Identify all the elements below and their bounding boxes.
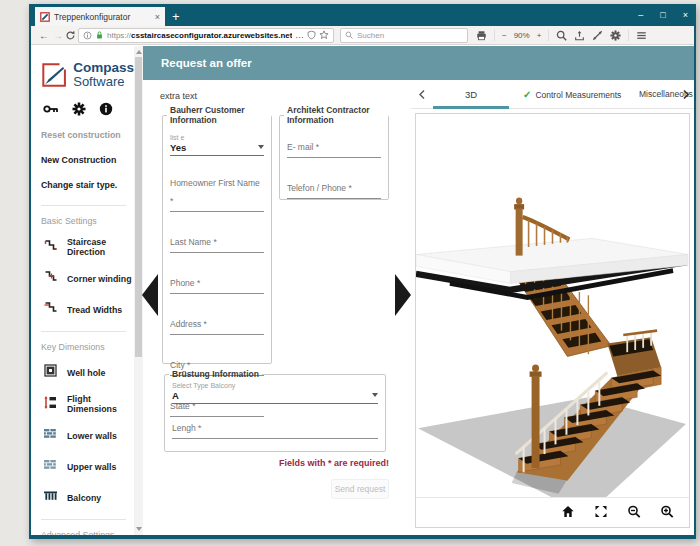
tracking-shield-icon[interactable] <box>307 30 316 40</box>
lower-walls-icon <box>43 426 58 445</box>
tab-control-measurements[interactable]: ✓ Control Measurements <box>523 80 621 109</box>
balcony-type-select[interactable]: Select Type Balcony A <box>172 382 378 404</box>
menu-hamburger-icon[interactable] <box>636 30 647 41</box>
customer-information-fieldset: Bauherr Customer Information list e Yes … <box>162 106 272 364</box>
sidebar-item-balcony[interactable]: Balcony <box>43 488 134 507</box>
browser-tab[interactable]: Treppenkonfigurator × <box>35 7 165 26</box>
compass-logo-icon <box>41 58 67 92</box>
settings-gear-icon[interactable] <box>610 30 621 41</box>
back-button[interactable]: ← <box>37 30 51 41</box>
tabs-scroll-left-icon[interactable] <box>417 89 427 100</box>
panel-arrow-left[interactable] <box>142 274 158 316</box>
request-offer-header: Request an offer <box>143 46 694 80</box>
new-tab-button[interactable]: + <box>172 7 180 26</box>
sidebar-link-change-stair-type[interactable]: Change stair type. <box>41 180 134 190</box>
scroll-down-icon[interactable] <box>136 527 142 531</box>
fullscreen-icon[interactable] <box>592 30 603 41</box>
tabs-scroll-right-icon[interactable] <box>681 89 691 100</box>
zoom-level[interactable]: 90% <box>514 31 530 40</box>
well-hole-icon <box>43 363 58 382</box>
sidebar-link-reset-construction[interactable]: Reset construction <box>41 130 134 140</box>
customer-legend: Bauherr Customer Information <box>167 106 271 126</box>
sidebar-item-upper-walls[interactable]: Upper walls <box>43 457 134 476</box>
sidebar: Compass Software Reset construction New … <box>31 46 134 535</box>
scrollbar-thumb[interactable] <box>135 57 142 357</box>
required-fields-note: Fields with * are required! <box>279 458 389 468</box>
https-lock-icon <box>95 30 104 40</box>
home-view-icon[interactable] <box>561 504 575 522</box>
corner-winding-icon <box>43 269 58 288</box>
section-header-advanced-settings: Advanced Settings <box>41 530 134 535</box>
balcony-type-value: A <box>172 390 179 401</box>
field-email[interactable]: E- mail * <box>287 136 381 158</box>
staircase-direction-icon <box>43 238 58 257</box>
forward-button[interactable]: → <box>51 30 65 41</box>
tab-3d[interactable]: 3D <box>433 80 509 109</box>
browser-titlebar: Treppenkonfigurator × + – □ × <box>31 4 694 26</box>
browser-window: Treppenkonfigurator × + – □ × ← → https:… <box>29 4 696 539</box>
section-header-basic-settings: Basic Settings <box>41 216 134 226</box>
reload-icon[interactable] <box>65 30 76 41</box>
gear-icon[interactable] <box>72 102 86 120</box>
page-title: Request an offer <box>143 46 694 80</box>
field-address[interactable]: Address * <box>170 313 264 335</box>
window-minimize-button[interactable]: – <box>638 10 643 20</box>
list-label: list e <box>170 134 264 141</box>
sidebar-item-well-hole[interactable]: Well hole <box>43 363 134 382</box>
field-telefon[interactable]: Telefon / Phone * <box>287 177 381 199</box>
balcony-icon <box>43 488 58 507</box>
address-bar[interactable]: https://csstaircaseconfigurator.azureweb… <box>78 28 334 43</box>
bookmark-star-icon[interactable] <box>319 30 329 40</box>
sidebar-link-new-construction[interactable]: New Construction <box>41 155 134 165</box>
tab-title: Treppenkonfigurator <box>54 12 151 22</box>
sidebar-item-corner-winding[interactable]: Corner winding <box>43 269 134 288</box>
save-pocket-icon[interactable] <box>574 30 585 41</box>
customer-list-select[interactable]: list e Yes <box>170 134 264 156</box>
field-length[interactable]: Lengh * <box>172 417 378 439</box>
send-request-button[interactable]: Send request <box>331 479 389 499</box>
site-info-icon[interactable] <box>83 31 92 40</box>
window-maximize-button[interactable]: □ <box>660 10 665 20</box>
divider <box>41 331 126 332</box>
staircase-3d-render <box>416 114 689 527</box>
search-placeholder: Suchen <box>357 31 384 40</box>
panel-arrow-right[interactable] <box>395 274 411 316</box>
zoom-out-view-icon[interactable] <box>627 504 641 522</box>
zoom-in-button[interactable]: + <box>537 31 542 40</box>
favicon-compass-icon <box>40 12 50 22</box>
logo-line1: Compass <box>73 61 134 75</box>
contractor-legend: Architekt Contractor Information <box>284 106 388 126</box>
field-phone[interactable]: Phone * <box>170 272 264 294</box>
section-header-key-dimensions: Key Dimensions <box>41 342 134 352</box>
scroll-up-icon[interactable] <box>136 50 142 54</box>
fit-view-icon[interactable] <box>594 504 608 522</box>
zoom-in-view-icon[interactable] <box>660 504 674 522</box>
field-last-name[interactable]: Last Name * <box>170 231 264 253</box>
viewer-panel: 3D ✓ Control Measurements Miscellaneous <box>411 80 694 535</box>
select-type-balcony-label: Select Type Balcony <box>172 382 378 389</box>
sidebar-item-staircase-direction[interactable]: Staircase Direction <box>43 237 134 257</box>
3d-viewport[interactable] <box>415 113 690 528</box>
flight-dimensions-icon <box>43 395 58 414</box>
window-close-button[interactable]: × <box>683 10 688 20</box>
key-icon[interactable] <box>43 102 59 120</box>
tab-close-icon[interactable]: × <box>155 12 160 22</box>
logo-line2: Software <box>73 75 134 89</box>
request-offer-form: extra text Bauherr Customer Information … <box>143 80 411 535</box>
zoom-out-button[interactable]: − <box>502 31 507 40</box>
field-homeowner-first-name[interactable]: Homeowner First Name * <box>170 172 264 212</box>
print-icon[interactable] <box>476 30 487 41</box>
sidebar-item-lower-walls[interactable]: Lower walls <box>43 426 134 445</box>
tread-widths-icon <box>43 300 58 319</box>
url-text[interactable]: https://csstaircaseconfigurator.azureweb… <box>107 31 292 40</box>
balcony-legend: Brüstung Information <box>169 370 262 380</box>
chevron-down-icon <box>258 145 264 149</box>
sidebar-item-tread-widths[interactable]: Tread Widths <box>43 300 134 319</box>
page-actions-icon[interactable]: … <box>295 30 304 40</box>
sidebar-item-flight-dimensions[interactable]: Flight Dimensions <box>43 394 134 414</box>
search-input[interactable]: Suchen <box>340 28 468 43</box>
magnifier-icon[interactable] <box>556 30 567 41</box>
check-icon: ✓ <box>523 89 531 100</box>
info-icon[interactable] <box>99 102 113 120</box>
compass-software-logo: Compass Software <box>41 58 134 92</box>
